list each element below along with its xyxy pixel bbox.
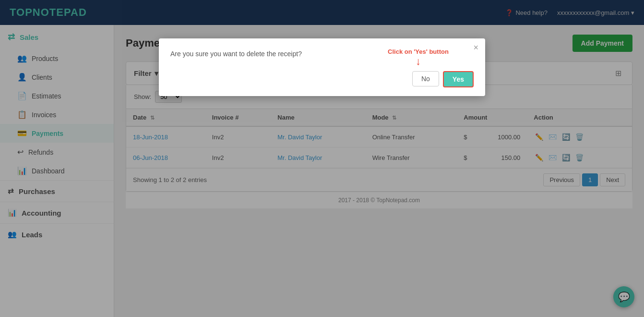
yes-button[interactable]: Yes	[443, 71, 474, 87]
modal-close-button[interactable]: ×	[473, 43, 478, 52]
modal-overlay: × Are you sure you want to delete the re…	[0, 0, 644, 317]
modal-footer: Click on 'Yes' button ↓ No Yes	[159, 67, 485, 96]
dialog-message: Are you sure you want to delete the rece…	[170, 50, 302, 58]
modal-body: Are you sure you want to delete the rece…	[159, 38, 485, 67]
yes-button-wrapper: Click on 'Yes' button ↓ No	[412, 71, 439, 87]
delete-modal: × Are you sure you want to delete the re…	[159, 38, 485, 96]
no-button[interactable]: No	[412, 71, 439, 86]
